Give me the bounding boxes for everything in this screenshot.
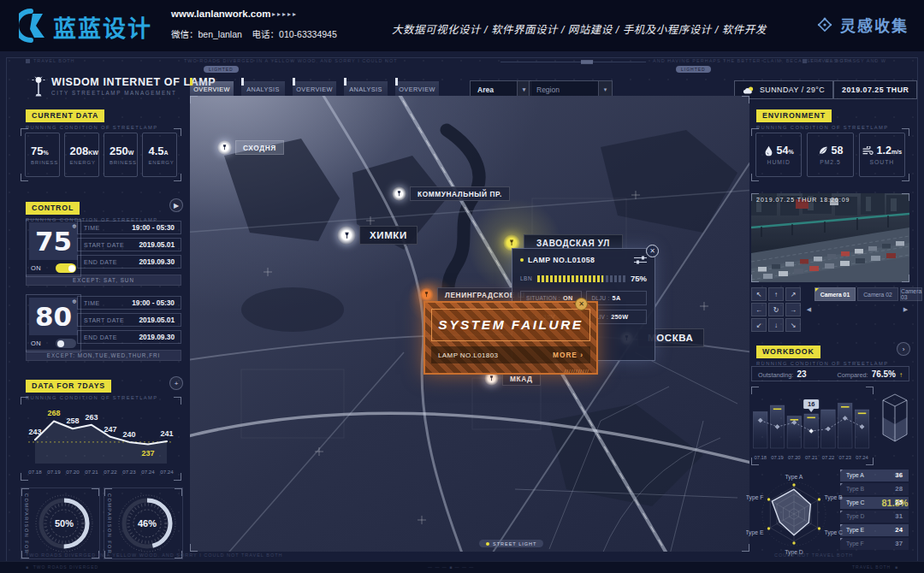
leaf-icon <box>818 145 828 156</box>
streetlamp-icon <box>31 75 46 97</box>
wind-icon <box>862 146 874 156</box>
humidity-drop-icon <box>764 145 773 157</box>
env-card-pm25: 58 PM2.5 <box>807 133 853 177</box>
current-data-header: CURRENT DATA RUNNING CONDITION OF STREET… <box>26 106 158 130</box>
map-pin-khimki[interactable]: ХИМКИ <box>337 226 418 245</box>
control-badge: CONTROL <box>26 202 80 215</box>
seven-day-line-chart: 24326825826324724023724107.1807.1907.200… <box>22 399 180 479</box>
end-date-row-1[interactable]: END DATE2019.09.30 <box>77 255 181 269</box>
data7days-add-button[interactable]: + <box>169 376 183 390</box>
svg-text:243: 243 <box>28 428 41 436</box>
svg-text:07.20: 07.20 <box>66 469 80 475</box>
more-button[interactable]: MORE › <box>553 351 583 359</box>
start-date-row-2[interactable]: START DATE2019.05.01 <box>77 313 181 327</box>
up-arrow-icon: ↑ <box>899 371 903 379</box>
type-row-c[interactable]: Type C25 <box>840 497 909 509</box>
lbn-progress-bar <box>537 275 625 282</box>
control-expand-button[interactable]: ▶ <box>169 198 183 212</box>
environment-badge: ENVIRONMENT <box>756 109 832 122</box>
camera-01-button[interactable]: Camera 01 <box>814 287 856 301</box>
svg-text:16: 16 <box>808 400 814 408</box>
gauge-value: 50% <box>32 491 97 556</box>
bulb-icon: ⌾ <box>73 223 76 230</box>
brightness-setpoint-2: 80⌾ ON <box>26 294 81 352</box>
camera-prev-arrow[interactable]: ◀ <box>805 303 813 316</box>
start-date-row-1[interactable]: START DATE2019.05.01 <box>77 238 181 251</box>
pan-down-right-button[interactable]: ↘ <box>785 318 801 332</box>
compared-value: 76.5% <box>872 369 896 379</box>
arrows-decor: ▸▸▸▸▸ <box>272 10 298 18</box>
services-line: 大数据可视化设计 / 软件界面设计 / 网站建设 / 手机及小程序设计 / 软件… <box>392 21 767 37</box>
time-row-2: TIME19:00 - 05:30 <box>77 296 181 310</box>
type-row-a[interactable]: Type A36 <box>840 470 909 481</box>
type-row-f[interactable]: Type F37 <box>840 538 909 550</box>
svg-text:07.18: 07.18 <box>28 469 42 475</box>
workbook-expand-button[interactable]: › <box>897 342 910 356</box>
failure-title: SYSTEM FAILURE <box>431 309 590 341</box>
map-pin-kommunalny[interactable]: КОММУНАЛЬНЫЙ ПР. <box>392 186 510 201</box>
outstanding-value: 23 <box>797 369 806 379</box>
close-icon[interactable]: ✕ <box>575 298 588 310</box>
env-card-wind: 1.2m/s SOUTH <box>859 133 905 177</box>
svg-text:07.24: 07.24 <box>856 455 868 460</box>
svg-text:241: 241 <box>160 429 173 438</box>
inspiration-collect[interactable]: 灵感收集 <box>815 14 909 36</box>
camera-list: Camera 01 Camera 02 Camera 03 Camera 04 … <box>814 287 924 301</box>
camera-03-button[interactable]: Camera 03 <box>900 287 922 301</box>
status-dot <box>520 258 524 262</box>
camera-02-button[interactable]: Camera 02 <box>857 287 898 301</box>
close-icon[interactable]: ✕ <box>646 245 659 257</box>
svg-text:07.19: 07.19 <box>47 469 61 475</box>
bulb-icon: ⌾ <box>73 298 76 305</box>
failure-footer: LAMP NO.L01803 MORE › <box>431 346 590 363</box>
pan-up-button[interactable]: ↑ <box>768 287 784 301</box>
stat-card-energy-a: 4.5A ENERGY <box>142 133 177 177</box>
decor-chip: LIGHTED <box>676 66 711 73</box>
workbook-header: WORKBOOK RUNNING CONDITION OF STREETLAMP <box>756 342 889 366</box>
svg-text:258: 258 <box>66 416 79 425</box>
stat-card-briness-w: 250W BRINESS <box>104 133 139 177</box>
outstanding-label: Outstanding: <box>758 371 793 379</box>
svg-text:07.22: 07.22 <box>104 469 117 475</box>
workbook-badge: WORKBOOK <box>756 346 820 358</box>
schedule-toggle-1[interactable] <box>56 263 76 273</box>
bottom-micro-text: — — — ■ — — — <box>428 564 474 570</box>
svg-text:263: 263 <box>85 413 98 422</box>
svg-text:07.23: 07.23 <box>122 469 136 475</box>
pan-up-left-button[interactable]: ↖ <box>751 287 767 301</box>
svg-text:Type A: Type A <box>785 474 803 481</box>
camera-next-arrow[interactable]: ▶ <box>902 303 909 316</box>
type-radar-chart: Type AType BType CType DType EType F <box>746 467 844 559</box>
comparison-gauge-1: 50% <box>32 491 97 556</box>
sliders-icon[interactable] <box>634 256 647 264</box>
comparison-gauge-box-1: COMPARISON FOR 50% <box>21 487 100 559</box>
svg-text:07.21: 07.21 <box>85 469 98 475</box>
camera-feed[interactable]: 2019.07.25 THUR 18:26:09 <box>751 193 909 282</box>
type-row-d[interactable]: Type D31 <box>840 511 909 523</box>
city-map[interactable]: СХОДНЯ КОММУНАЛЬНЫЙ ПР. ХИМКИ ЗАВОДСКАЯ … <box>190 96 749 552</box>
map-pin-skhodnya[interactable]: СХОДНЯ <box>217 140 284 155</box>
pan-up-right-button[interactable]: ↗ <box>785 287 801 301</box>
type-row-b[interactable]: Type B28 <box>840 483 909 495</box>
pan-left-button[interactable]: ← <box>751 303 767 316</box>
comparison-label: COMPARISON FOR <box>107 493 112 554</box>
end-date-row-2[interactable]: END DATE2019.09.30 <box>77 330 181 344</box>
current-data-cards: 75% BRINESS 208KW ENERGY 250W BRINESS 4.… <box>21 128 181 181</box>
date-label: 2019.07.25 THUR <box>842 86 909 94</box>
except-bar-2: EXCEPT: MON,TUE,WED,THUR,FRI <box>26 350 181 361</box>
failure-lamp-id: LAMP NO.L01803 <box>438 351 498 359</box>
type-row-e[interactable]: Type E24 <box>840 524 909 536</box>
reset-view-button[interactable]: ↻ <box>768 303 784 316</box>
schedule-toggle-2[interactable] <box>56 339 76 348</box>
lamp-pin-icon <box>419 287 434 302</box>
lbn-value: 75% <box>631 274 647 283</box>
comparison-gauge-box-2: COMPARISON FOR 46% <box>104 487 183 559</box>
pan-down-left-button[interactable]: ↙ <box>751 318 767 332</box>
svg-text:Type E: Type E <box>746 529 764 536</box>
pan-down-button[interactable]: ↓ <box>768 318 784 332</box>
website-url[interactable]: www.lanlanwork.com <box>171 9 271 19</box>
pan-right-button[interactable]: → <box>785 303 801 316</box>
svg-text:07.24: 07.24 <box>141 469 155 475</box>
svg-text:07.19: 07.19 <box>771 455 784 460</box>
svg-text:07.18: 07.18 <box>754 455 767 460</box>
